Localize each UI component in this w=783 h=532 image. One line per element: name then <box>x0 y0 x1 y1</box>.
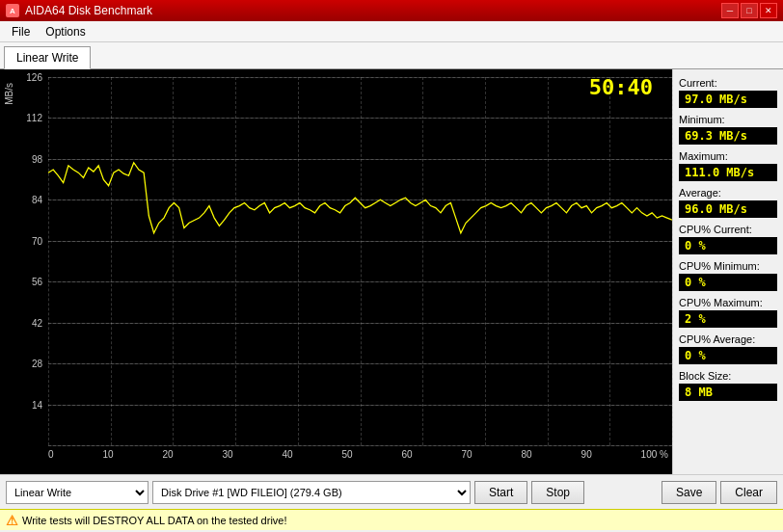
window-controls: ─ □ ✕ <box>721 3 777 18</box>
cpu-current-label: CPU% Current: <box>679 224 777 235</box>
tab-linear-write[interactable]: Linear Write <box>4 46 91 69</box>
bottom-toolbar: Linear Write Disk Drive #1 [WD FILEIO] (… <box>0 474 783 509</box>
cpu-average-label: CPU% Average: <box>679 333 777 345</box>
maximum-value: 111.0 MB/s <box>679 164 777 181</box>
save-button[interactable]: Save <box>662 481 716 504</box>
current-value: 97.0 MB/s <box>679 91 777 108</box>
cpu-maximum-value: 2 % <box>679 310 777 328</box>
minimum-label: Minimum: <box>679 114 777 125</box>
status-message: Write tests will DESTROY ALL DATA on the… <box>22 515 287 526</box>
test-mode-dropdown[interactable]: Linear Write <box>6 481 148 504</box>
app-icon: A <box>6 4 19 17</box>
window-title: AIDA64 Disk Benchmark <box>25 4 152 17</box>
cpu-minimum-label: CPU% Minimum: <box>679 260 777 272</box>
cpu-minimum-value: 0 % <box>679 274 777 291</box>
warning-icon: ⚠ <box>6 513 18 528</box>
average-value: 96.0 MB/s <box>679 200 777 218</box>
close-button[interactable]: ✕ <box>760 3 777 18</box>
average-label: Average: <box>679 187 777 199</box>
chart-svg <box>48 77 672 462</box>
status-bar: ⚠ Write tests will DESTROY ALL DATA on t… <box>0 509 783 530</box>
x-axis: 0 10 20 30 40 50 60 70 80 90 100 % <box>48 445 672 474</box>
tab-bar: Linear Write <box>0 42 783 69</box>
blocksize-value: 8 MB <box>679 384 777 401</box>
stats-panel: Current: 97.0 MB/s Minimum: 69.3 MB/s Ma… <box>672 69 783 474</box>
main-content: MB/s 50:40 <box>0 69 783 474</box>
minimum-value: 69.3 MB/s <box>679 127 777 145</box>
start-button[interactable]: Start <box>474 481 527 504</box>
cpu-current-value: 0 % <box>679 237 777 254</box>
title-bar: A AIDA64 Disk Benchmark ─ □ ✕ <box>0 0 783 21</box>
cpu-maximum-label: CPU% Maximum: <box>679 297 777 308</box>
menu-file[interactable]: File <box>4 23 38 40</box>
menu-bar: File Options <box>0 21 783 42</box>
current-label: Current: <box>679 77 777 89</box>
cpu-average-value: 0 % <box>679 347 777 364</box>
y-axis: 126 112 98 84 70 56 42 28 14 <box>0 77 46 445</box>
clear-button[interactable]: Clear <box>720 481 777 504</box>
drive-dropdown[interactable]: Disk Drive #1 [WD FILEIO] (279.4 GB) <box>152 481 471 504</box>
maximum-label: Maximum: <box>679 150 777 162</box>
menu-options[interactable]: Options <box>38 23 93 40</box>
blocksize-label: Block Size: <box>679 370 777 382</box>
chart-area: MB/s 50:40 <box>0 69 672 474</box>
stop-button[interactable]: Stop <box>531 481 584 504</box>
maximize-button[interactable]: □ <box>741 3 758 18</box>
minimize-button[interactable]: ─ <box>721 3 739 18</box>
